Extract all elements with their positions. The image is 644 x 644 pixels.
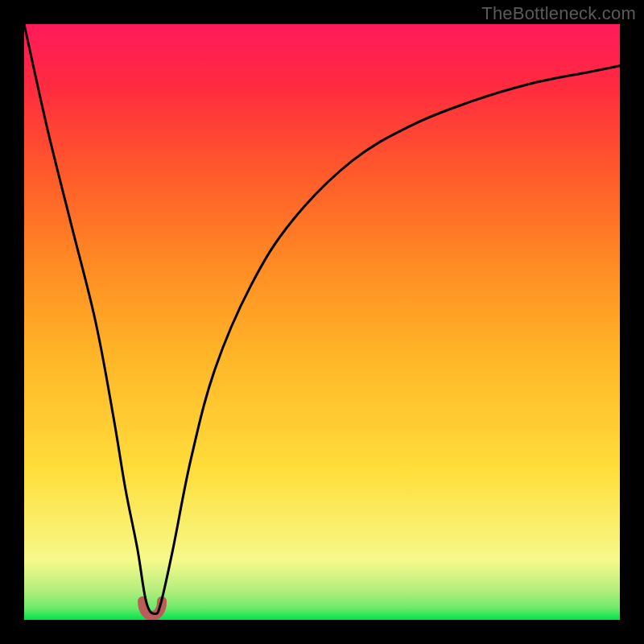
chart-curve-layer [24,24,620,620]
watermark-text: TheBottleneck.com [481,3,636,24]
chart-frame [24,24,620,620]
bottleneck-curve [24,24,620,614]
